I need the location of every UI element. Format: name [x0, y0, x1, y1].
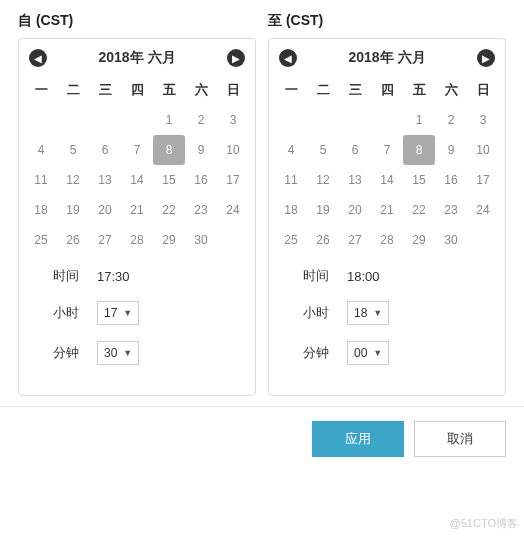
day-cell[interactable]: 17 — [217, 165, 249, 195]
day-cell[interactable]: 15 — [153, 165, 185, 195]
day-cell[interactable]: 14 — [371, 165, 403, 195]
day-cell[interactable]: 15 — [403, 165, 435, 195]
chevron-down-icon: ▼ — [373, 348, 382, 358]
day-cell[interactable]: 26 — [57, 225, 89, 255]
dow-header: 二 — [307, 75, 339, 105]
day-cell[interactable]: 18 — [275, 195, 307, 225]
day-cell[interactable]: 10 — [217, 135, 249, 165]
day-cell[interactable]: 2 — [185, 105, 217, 135]
day-cell[interactable]: 23 — [185, 195, 217, 225]
day-cell[interactable]: 14 — [121, 165, 153, 195]
to-minute-select[interactable]: 00 ▼ — [347, 341, 389, 365]
day-cell[interactable]: 6 — [89, 135, 121, 165]
day-cell[interactable]: 21 — [371, 195, 403, 225]
day-cell[interactable]: 30 — [435, 225, 467, 255]
dow-header: 三 — [339, 75, 371, 105]
day-cell[interactable]: 9 — [435, 135, 467, 165]
day-cell[interactable]: 12 — [57, 165, 89, 195]
day-cell[interactable]: 29 — [403, 225, 435, 255]
day-cell[interactable]: 20 — [89, 195, 121, 225]
day-cell[interactable]: 22 — [403, 195, 435, 225]
day-cell[interactable]: 7 — [371, 135, 403, 165]
to-prev-month-button[interactable]: ◀ — [279, 49, 297, 67]
dow-header: 一 — [25, 75, 57, 105]
day-cell[interactable]: 8 — [153, 135, 185, 165]
to-minute-label: 分钟 — [303, 344, 333, 362]
day-cell[interactable]: 17 — [467, 165, 499, 195]
day-cell[interactable]: 4 — [25, 135, 57, 165]
day-cell-empty — [25, 105, 57, 135]
day-cell[interactable]: 1 — [153, 105, 185, 135]
footer: 应用 取消 — [0, 406, 524, 471]
day-cell[interactable]: 20 — [339, 195, 371, 225]
from-hour-label: 小时 — [53, 304, 83, 322]
to-panel: 至 (CST) ◀ 2018年 六月 ▶ 一二三四五六日 12345678910… — [268, 12, 506, 396]
day-cell[interactable]: 25 — [275, 225, 307, 255]
day-cell[interactable]: 1 — [403, 105, 435, 135]
dow-header: 日 — [467, 75, 499, 105]
day-cell[interactable]: 10 — [467, 135, 499, 165]
day-cell[interactable]: 2 — [435, 105, 467, 135]
day-cell[interactable]: 27 — [89, 225, 121, 255]
from-prev-month-button[interactable]: ◀ — [29, 49, 47, 67]
day-cell[interactable]: 24 — [467, 195, 499, 225]
day-cell[interactable]: 11 — [25, 165, 57, 195]
chevron-down-icon: ▼ — [123, 348, 132, 358]
to-hour-select[interactable]: 18 ▼ — [347, 301, 389, 325]
to-minute-value: 00 — [354, 346, 367, 360]
day-cell[interactable]: 19 — [307, 195, 339, 225]
day-cell[interactable]: 28 — [121, 225, 153, 255]
day-cell-empty — [121, 105, 153, 135]
day-cell[interactable]: 16 — [435, 165, 467, 195]
from-hour-value: 17 — [104, 306, 117, 320]
day-cell[interactable]: 13 — [339, 165, 371, 195]
cancel-button[interactable]: 取消 — [414, 421, 506, 457]
dow-header: 二 — [57, 75, 89, 105]
day-cell[interactable]: 27 — [339, 225, 371, 255]
from-title: 自 (CST) — [18, 12, 256, 30]
from-next-month-button[interactable]: ▶ — [227, 49, 245, 67]
to-next-month-button[interactable]: ▶ — [477, 49, 495, 67]
day-cell[interactable]: 25 — [25, 225, 57, 255]
day-cell[interactable]: 16 — [185, 165, 217, 195]
day-cell[interactable]: 4 — [275, 135, 307, 165]
to-hour-value: 18 — [354, 306, 367, 320]
day-cell[interactable]: 8 — [403, 135, 435, 165]
day-cell[interactable]: 12 — [307, 165, 339, 195]
dow-header: 四 — [371, 75, 403, 105]
day-cell[interactable]: 5 — [57, 135, 89, 165]
day-cell[interactable]: 26 — [307, 225, 339, 255]
day-cell[interactable]: 5 — [307, 135, 339, 165]
day-cell[interactable]: 13 — [89, 165, 121, 195]
day-cell[interactable]: 18 — [25, 195, 57, 225]
to-hour-label: 小时 — [303, 304, 333, 322]
apply-button[interactable]: 应用 — [312, 421, 404, 457]
dow-header: 六 — [185, 75, 217, 105]
day-cell-empty — [371, 105, 403, 135]
day-cell[interactable]: 9 — [185, 135, 217, 165]
day-cell[interactable]: 7 — [121, 135, 153, 165]
day-cell[interactable]: 6 — [339, 135, 371, 165]
dow-header: 日 — [217, 75, 249, 105]
dow-header: 四 — [121, 75, 153, 105]
day-cell[interactable]: 28 — [371, 225, 403, 255]
from-month-title: 2018年 六月 — [98, 49, 175, 67]
day-cell[interactable]: 19 — [57, 195, 89, 225]
day-cell[interactable]: 22 — [153, 195, 185, 225]
day-cell[interactable]: 30 — [185, 225, 217, 255]
from-panel: 自 (CST) ◀ 2018年 六月 ▶ 一二三四五六日 12345678910… — [18, 12, 256, 396]
day-cell[interactable]: 11 — [275, 165, 307, 195]
from-calendar: ◀ 2018年 六月 ▶ 一二三四五六日 1234567891011121314… — [18, 38, 256, 396]
day-cell[interactable]: 3 — [217, 105, 249, 135]
day-cell[interactable]: 23 — [435, 195, 467, 225]
day-cell-empty — [307, 105, 339, 135]
to-time-value: 18:00 — [347, 269, 380, 284]
day-cell[interactable]: 29 — [153, 225, 185, 255]
from-hour-select[interactable]: 17 ▼ — [97, 301, 139, 325]
day-cell[interactable]: 24 — [217, 195, 249, 225]
day-cell[interactable]: 3 — [467, 105, 499, 135]
from-time-label: 时间 — [53, 267, 83, 285]
from-minute-select[interactable]: 30 ▼ — [97, 341, 139, 365]
day-cell[interactable]: 21 — [121, 195, 153, 225]
day-cell-empty — [89, 105, 121, 135]
